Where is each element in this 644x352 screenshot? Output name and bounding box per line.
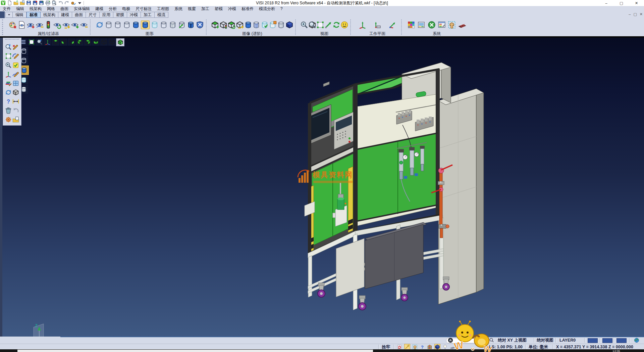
undo-button[interactable] [58, 0, 63, 6]
hand-tool-icon[interactable] [412, 344, 418, 350]
view-axo2-icon[interactable] [108, 38, 116, 46]
dashed-hidden-icon[interactable] [123, 21, 131, 29]
adv-add-icon[interactable] [211, 21, 219, 29]
view-front-icon[interactable] [60, 38, 67, 46]
toolbar-tab-2[interactable]: 线架构 [41, 12, 58, 18]
axonometric-icon[interactable] [44, 38, 51, 46]
menu-item-11[interactable]: 系统 [172, 6, 185, 12]
curve-edit-icon[interactable] [12, 53, 19, 59]
shaded-edges-icon[interactable] [141, 20, 150, 29]
adv-check-icon[interactable] [261, 21, 269, 29]
visi-logo[interactable] [1, 0, 6, 6]
view-top-icon[interactable] [52, 38, 59, 46]
taskbar-window-segment[interactable] [17, 350, 373, 352]
adv-refresh-icon[interactable] [227, 21, 235, 29]
zoom-plusminus-icon[interactable] [300, 21, 308, 29]
maximize-button[interactable]: ▢ [614, 0, 629, 6]
globe-icon[interactable] [634, 338, 639, 343]
open-file-button[interactable] [13, 0, 19, 6]
transparent-icon[interactable] [151, 21, 159, 29]
spline-edit-icon[interactable] [12, 71, 19, 78]
insert-file-button[interactable] [20, 0, 25, 6]
shaded-icon[interactable] [132, 21, 140, 29]
shade-view-icon[interactable] [340, 21, 348, 29]
confirm-toggle-icon[interactable] [12, 62, 19, 69]
save-as-button[interactable] [33, 0, 38, 6]
solid-cube-icon[interactable] [12, 89, 19, 96]
wireframe-icon[interactable] [105, 21, 113, 29]
sketch-edit-icon[interactable] [12, 44, 19, 50]
menu-item-13[interactable]: 加工 [199, 6, 212, 12]
print-button[interactable] [45, 0, 51, 6]
snap-rotate-icon[interactable] [397, 344, 402, 350]
toolbar-tab-1[interactable]: 标准 [26, 12, 41, 18]
adv-solid-icon[interactable] [285, 21, 293, 29]
layer-status[interactable]: LAYER0 [559, 337, 576, 343]
display-settings-icon[interactable] [196, 21, 204, 29]
configuration-icon[interactable] [428, 21, 436, 29]
delete-entities-icon[interactable] [5, 107, 12, 114]
measure-distance-icon[interactable] [12, 98, 19, 105]
zoom-previous-icon[interactable] [5, 44, 12, 50]
help-question-icon[interactable]: ? [420, 344, 425, 350]
save-button[interactable] [26, 0, 32, 6]
adv-hatch-icon[interactable] [277, 21, 285, 29]
palette-grip[interactable] [5, 39, 19, 41]
view-bottom-icon[interactable] [92, 38, 100, 46]
color-swatch-1[interactable] [588, 338, 598, 343]
hatch-display-icon[interactable] [169, 21, 177, 29]
toolbar-tab-3[interactable]: 建模 [58, 12, 72, 18]
view-axo1-icon[interactable] [100, 38, 108, 46]
settings-window-icon[interactable] [438, 21, 446, 29]
macro-grid-icon[interactable] [458, 21, 466, 29]
minimize-button[interactable]: – [599, 0, 614, 6]
zoom-scale-icon[interactable] [5, 62, 12, 69]
view-back-icon[interactable] [76, 38, 84, 46]
toolbar-tab-7[interactable]: 塑膜 [113, 12, 127, 18]
zoom-window-icon[interactable] [316, 21, 324, 29]
zoom-dynamic-icon[interactable] [324, 21, 332, 29]
attribute-page-icon[interactable] [18, 21, 26, 29]
dynamic-display-icon[interactable] [178, 21, 186, 29]
toolbar-tab-9[interactable]: 加工 [141, 12, 155, 18]
view-mode-status[interactable]: 绝对视图 [537, 337, 553, 343]
undo-step-icon[interactable] [12, 107, 19, 114]
selection-filter-icon[interactable] [448, 21, 456, 29]
mdi-minimize-button[interactable]: – [629, 12, 631, 16]
filter-refresh-icon[interactable] [53, 21, 61, 29]
menu-item-12[interactable]: 视窗 [185, 6, 199, 12]
menu-item-3[interactable]: 网格 [44, 6, 58, 12]
zoom-window-icon[interactable] [36, 38, 43, 46]
hide-entities-icon[interactable] [80, 21, 88, 29]
wcs-axes-icon[interactable] [5, 71, 12, 78]
menu-item-7[interactable]: 分析 [106, 6, 119, 12]
menu-item-4[interactable]: 曲面 [58, 6, 71, 12]
navigate-wheel-icon[interactable] [5, 116, 12, 123]
menu-item-0[interactable]: 文件 [0, 6, 13, 12]
viewport-3d[interactable]: Z ? 模具资料网 [0, 38, 644, 337]
menu-item-6[interactable]: 建模 [93, 6, 106, 12]
toolbar-tab-4[interactable]: 曲面 [72, 12, 86, 18]
menu-item-18[interactable]: ? [278, 6, 285, 11]
ghost-icon[interactable] [160, 21, 168, 29]
filter-plusminus-icon[interactable] [62, 21, 70, 29]
quickbar-options-button[interactable] [77, 0, 83, 6]
color-swatch-3[interactable] [616, 338, 627, 343]
zoom-extents-icon[interactable] [5, 53, 12, 59]
menu-item-15[interactable]: 冲模 [225, 6, 239, 12]
regen-refresh-icon[interactable] [5, 89, 12, 96]
filter-remove-icon[interactable] [36, 21, 44, 29]
zoom-all-icon[interactable] [308, 21, 316, 29]
view-iso-icon[interactable] [116, 38, 124, 46]
menu-item-8[interactable]: 电极 [119, 6, 133, 12]
adv-corner-icon[interactable] [269, 21, 277, 29]
package-icon[interactable] [427, 344, 432, 350]
filter-add-icon[interactable] [26, 21, 35, 29]
background-icon[interactable] [417, 21, 425, 29]
menu-item-10[interactable]: 工程图 [154, 6, 172, 12]
color-swatch-2[interactable] [602, 338, 612, 343]
mdi-restore-button[interactable]: ▢ [633, 12, 637, 16]
menu-item-14[interactable]: 塑模 [212, 6, 225, 12]
lamp-icon[interactable] [442, 344, 448, 350]
toolbar-grip[interactable] [2, 19, 8, 35]
